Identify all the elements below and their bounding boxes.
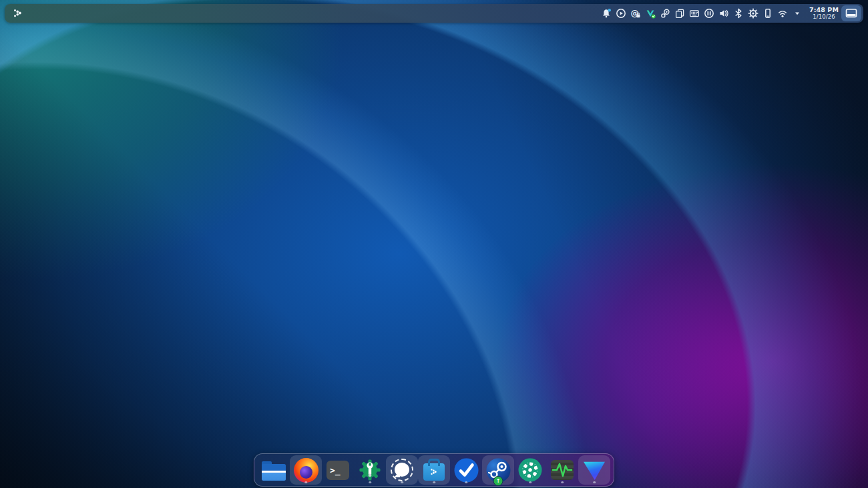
clock-time: 7:48 PM bbox=[809, 7, 839, 14]
password-manager-icon[interactable]: @ bbox=[629, 6, 642, 21]
terminal-icon: >_ bbox=[327, 461, 349, 480]
wallpaper-shade bbox=[0, 0, 868, 488]
cachyos-logo-icon bbox=[12, 7, 24, 19]
settings-gear-icon[interactable] bbox=[746, 6, 760, 21]
app-launcher-button[interactable] bbox=[11, 6, 25, 21]
clipboard-icon[interactable] bbox=[673, 6, 686, 21]
network-wifi-icon[interactable] bbox=[776, 6, 789, 21]
running-indicator bbox=[401, 481, 403, 484]
pause-inhibit-icon[interactable] bbox=[702, 6, 716, 21]
running-indicator bbox=[561, 481, 564, 484]
firefox-icon bbox=[294, 458, 318, 483]
dock-item-protonvpn[interactable] bbox=[578, 455, 610, 485]
vpn-status-icon[interactable] bbox=[644, 6, 657, 21]
dock-item-signal[interactable] bbox=[386, 455, 418, 485]
gear-wrench-icon bbox=[358, 458, 382, 482]
steam-tray-icon[interactable] bbox=[658, 6, 672, 21]
dock-item-system-monitor[interactable] bbox=[546, 455, 578, 485]
dock-item-aperture-app[interactable] bbox=[514, 455, 546, 485]
dock-item-cachyos-hello[interactable] bbox=[418, 455, 450, 485]
system-tray: @ bbox=[600, 6, 804, 21]
expand-tray-chevron-icon[interactable] bbox=[791, 6, 804, 21]
steam-update-badge: ↑ bbox=[493, 476, 503, 486]
clock-date: 1/10/26 bbox=[809, 13, 839, 21]
checkmark-app-icon bbox=[454, 458, 479, 483]
signal-icon bbox=[390, 458, 414, 482]
show-desktop-icon bbox=[845, 8, 857, 19]
kde-connect-phone-icon[interactable] bbox=[761, 6, 775, 21]
keyboard-layout-icon[interactable] bbox=[688, 6, 701, 21]
dock-item-steam[interactable]: ↑ bbox=[482, 455, 514, 485]
running-indicator bbox=[304, 481, 307, 484]
show-desktop-button[interactable] bbox=[841, 5, 861, 21]
protonvpn-icon bbox=[583, 461, 606, 481]
dock-item-file-manager[interactable] bbox=[258, 455, 290, 485]
system-monitor-icon bbox=[551, 460, 574, 480]
dock-panel: >_ bbox=[254, 453, 614, 487]
dock-item-terminal[interactable]: >_ bbox=[322, 455, 354, 485]
toolbox-icon bbox=[423, 463, 445, 481]
digital-clock[interactable]: 7:48 PM 1/10/26 bbox=[809, 7, 839, 21]
running-indicator bbox=[593, 481, 596, 484]
top-panel: @ bbox=[5, 4, 863, 23]
desktop-wallpaper bbox=[0, 0, 868, 488]
bluetooth-icon[interactable] bbox=[732, 6, 745, 21]
running-indicator bbox=[433, 481, 435, 484]
running-indicator bbox=[369, 481, 371, 484]
volume-icon[interactable] bbox=[717, 6, 730, 21]
dock-item-checkmark-app[interactable] bbox=[450, 455, 482, 485]
dock-item-firefox[interactable] bbox=[290, 455, 322, 485]
aperture-icon bbox=[518, 458, 542, 482]
notifications-icon[interactable] bbox=[600, 6, 613, 21]
dock-item-package-tool[interactable] bbox=[354, 455, 386, 485]
running-indicator bbox=[529, 481, 531, 484]
running-indicator bbox=[465, 481, 467, 484]
media-player-icon[interactable] bbox=[614, 6, 628, 21]
folder-icon bbox=[262, 461, 286, 481]
